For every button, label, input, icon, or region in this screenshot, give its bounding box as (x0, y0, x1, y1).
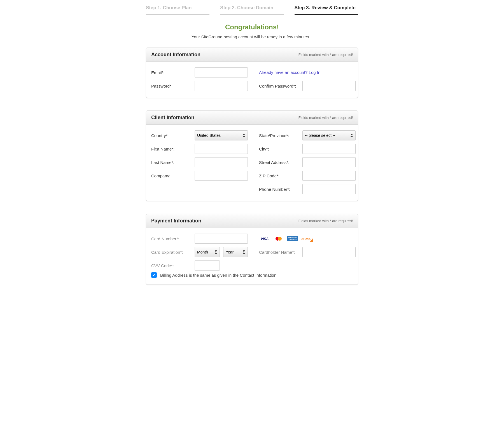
mastercard-icon (273, 236, 284, 241)
client-information-panel: Client Information Fields marked with * … (146, 111, 358, 201)
email-label: Email*: (151, 70, 195, 75)
city-field[interactable] (302, 144, 356, 154)
tab-step-2[interactable]: Step 2. Choose Domain (220, 3, 284, 15)
cardholder-label: Cardholder Name*: (259, 250, 302, 255)
account-information-panel: Account Information Fields marked with *… (146, 48, 358, 98)
discover-icon: DISCOVER (301, 236, 312, 241)
email-field[interactable] (195, 67, 248, 77)
congratulations-heading: Congratulations! (84, 23, 420, 31)
amex-icon: AMERICAN EXPRESS (287, 236, 298, 241)
country-select[interactable]: United States (195, 130, 248, 140)
tab-step-1[interactable]: Step 1. Choose Plan (146, 3, 209, 15)
tab-step-3[interactable]: Step 3. Review & Complete (295, 3, 358, 15)
confirm-password-label: Confirm Password*: (259, 84, 302, 88)
panel-header: Client Information Fields marked with * … (146, 111, 358, 125)
street-address-label: Street Address*: (259, 160, 302, 165)
card-number-label: Card Number*: (151, 236, 195, 241)
confirm-password-field[interactable] (302, 81, 356, 91)
last-name-label: Last Name*: (151, 160, 195, 165)
accepted-cards: VISA AMERICAN EXPRESS DISCOVER (259, 236, 356, 241)
first-name-field[interactable] (195, 144, 248, 154)
panel-header: Payment Information Fields marked with *… (146, 214, 358, 228)
password-field[interactable] (195, 81, 248, 91)
country-label: Country*: (151, 133, 195, 138)
card-number-field[interactable] (195, 234, 248, 244)
card-expiration-label: Card Expiration*: (151, 250, 195, 255)
panel-title: Client Information (151, 115, 194, 121)
zip-field[interactable] (302, 171, 356, 181)
password-label: Password*: (151, 84, 195, 88)
cvv-field[interactable] (195, 260, 220, 271)
cardholder-field[interactable] (302, 247, 356, 257)
state-select[interactable]: -- please select -- (302, 130, 356, 140)
svg-point-1 (278, 237, 282, 241)
billing-same-label: Billing Address is the same as given in … (160, 273, 276, 278)
state-label: State/Province*: (259, 133, 302, 138)
exp-month-select[interactable]: Month (195, 247, 220, 257)
billing-same-checkbox[interactable]: ✓ (151, 272, 157, 278)
cvv-label: CVV Code*: (151, 263, 195, 268)
payment-information-panel: Payment Information Fields marked with *… (146, 214, 358, 285)
required-note: Fields marked with * are required! (298, 116, 353, 120)
company-field[interactable] (195, 171, 248, 181)
panel-header: Account Information Fields marked with *… (146, 48, 358, 62)
congratulations-subtext: Your SiteGround hosting account will be … (84, 34, 420, 39)
zip-label: ZIP Code*: (259, 173, 302, 178)
first-name-label: First Name*: (151, 147, 195, 151)
panel-title: Account Information (151, 52, 200, 58)
required-note: Fields marked with * are required! (298, 219, 353, 223)
exp-year-select[interactable]: Year (223, 247, 248, 257)
login-link[interactable]: Already have an account? Log In (259, 70, 356, 75)
last-name-field[interactable] (195, 157, 248, 167)
city-label: City*: (259, 147, 302, 151)
company-label: Company: (151, 173, 195, 178)
visa-icon: VISA (259, 236, 270, 241)
phone-label: Phone Number*: (259, 187, 302, 192)
checkout-steps: Step 1. Choose Plan Step 2. Choose Domai… (146, 3, 358, 15)
phone-field[interactable] (302, 184, 356, 194)
street-address-field[interactable] (302, 157, 356, 167)
required-note: Fields marked with * are required! (298, 53, 353, 57)
panel-title: Payment Information (151, 218, 201, 224)
